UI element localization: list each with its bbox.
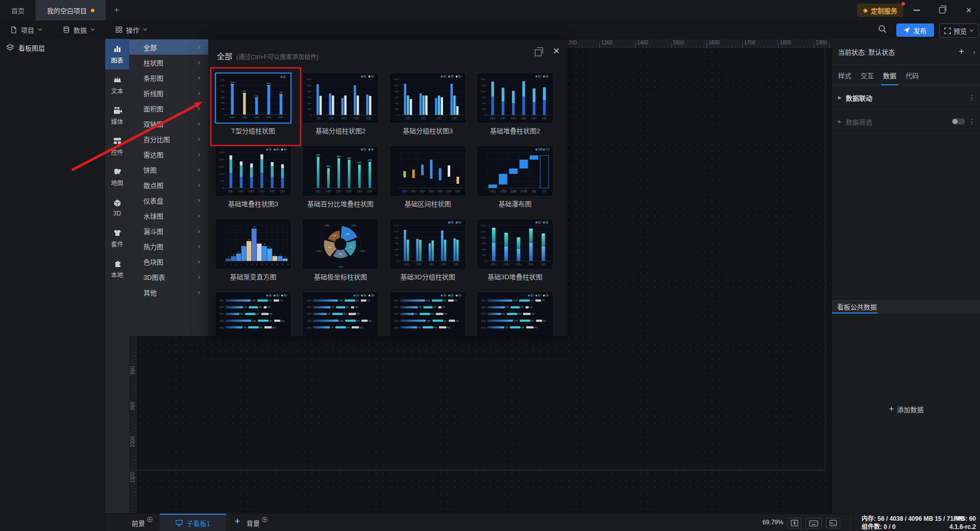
- preview-button[interactable]: 预览: [939, 23, 979, 38]
- svg-text:655: 655: [531, 320, 534, 322]
- rail-item-text[interactable]: 文本: [105, 69, 129, 100]
- component-tile-10[interactable]: 1048分类1735分类2580分类3650分类4450分类5基础极坐标柱状图: [302, 219, 379, 281]
- category-item-pie[interactable]: 饼图›: [129, 162, 208, 177]
- foreground-button[interactable]: 前景: [132, 518, 153, 528]
- category-item-area[interactable]: 面积图›: [129, 101, 208, 116]
- tile-label: 基础瀑布图: [477, 199, 553, 208]
- section-data-linkage[interactable]: ▶ 数据联动 ⋮: [832, 86, 980, 110]
- component-tile-15[interactable]: 值1值2值3分类11048650521分类2735455145分类3580650…: [389, 292, 466, 336]
- titlebar: 首页 我的空白项目 + ◆ 定制服务 ×: [0, 0, 980, 20]
- rail-item-widgets[interactable]: 控件: [105, 131, 129, 161]
- component-tile-1[interactable]: 值112001000800600400200010487355801805700…: [215, 73, 291, 135]
- category-item-percentage[interactable]: 百分比图›: [129, 131, 208, 147]
- rail-item-map[interactable]: 地图: [105, 161, 129, 192]
- chevron-right-icon: ›: [198, 104, 200, 112]
- current-state-value: 默认状态: [868, 47, 895, 57]
- rail-item-charts[interactable]: 图表: [105, 39, 129, 69]
- rail-item-media[interactable]: 媒体: [105, 100, 129, 131]
- svg-text:值2: 值2: [451, 294, 454, 297]
- component-tile-8[interactable]: 消费合计日用品伙食费交通费水电费房租合计基础瀑布图: [477, 146, 553, 208]
- chevron-right-icon: ›: [198, 211, 200, 220]
- component-tile-11[interactable]: 值1值2120010008006004002000分类1分类2分类3分类4分类5…: [389, 219, 466, 281]
- section-data-filter[interactable]: ▶ 数据筛选 ⋮: [832, 110, 980, 134]
- data-filter-toggle[interactable]: [952, 118, 965, 125]
- shortcut-keys-button[interactable]: [805, 518, 822, 528]
- tile-chart-thumbnail: 值1值2120010008006004002000分类1分类2分类3分类4分类5: [302, 73, 379, 124]
- category-item-heatmap[interactable]: 热力图›: [129, 238, 208, 254]
- add-state-button[interactable]: +: [959, 46, 964, 57]
- public-data-tab[interactable]: 看板公共数据: [832, 299, 980, 313]
- tab-project[interactable]: 我的空白项目: [36, 0, 106, 20]
- component-tile-12[interactable]: 值1值21800150012009006003000分类1分类2分类3分类4分类…: [477, 219, 553, 281]
- category-item-line[interactable]: 折线图›: [129, 85, 208, 101]
- minimize-button[interactable]: [909, 0, 925, 20]
- category-item-3d-chart[interactable]: 3D图表›: [129, 269, 208, 284]
- component-tile-5[interactable]: 值1值2值325002000150010005000分类1分类2分类3分类4分类…: [215, 146, 291, 208]
- custom-service-button[interactable]: ◆ 定制服务: [857, 4, 903, 17]
- component-tile-14[interactable]: 值1值2值3分类11048650521分类2735455145分类3580650…: [302, 292, 379, 336]
- component-tile-2[interactable]: 值1值2120010008006004002000分类1分类2分类3分类4分类5…: [302, 73, 379, 135]
- svg-text:7: 7: [259, 242, 260, 244]
- console-button[interactable]: [826, 518, 840, 528]
- fit-screen-button[interactable]: [787, 518, 801, 528]
- memory-label: 内存:: [862, 515, 876, 522]
- menu-operations[interactable]: 操作: [105, 20, 158, 39]
- tab-data[interactable]: 数据: [883, 65, 896, 85]
- notification-dot: [901, 2, 905, 6]
- circle-plus-icon: [147, 517, 153, 522]
- category-item-horizontal-bar[interactable]: 条形图›: [129, 70, 208, 85]
- component-tile-6[interactable]: 值1值264%55%43%40%33%22%分类2分类3分类4分类5分类6分类7…: [302, 146, 379, 208]
- rail-item-local[interactable]: 本地: [105, 253, 129, 284]
- chevron-right-icon: ›: [198, 242, 200, 250]
- rail-item-kits[interactable]: 套件: [105, 223, 129, 253]
- svg-text:565: 565: [444, 313, 447, 315]
- tab-style[interactable]: 样式: [838, 65, 851, 85]
- svg-text:分类3: 分类3: [341, 116, 347, 120]
- menu-data[interactable]: 数据: [53, 20, 105, 39]
- svg-text:分类1: 分类1: [228, 189, 234, 193]
- category-item-radar[interactable]: 雷达图›: [129, 147, 208, 162]
- category-item-dual-axis[interactable]: 双轴图›: [129, 116, 208, 131]
- add-data-button[interactable]: + 添加数据: [832, 404, 980, 414]
- fit-screen-icon: [791, 520, 798, 526]
- add-board-button[interactable]: +: [231, 516, 243, 527]
- sub-board-tab[interactable]: 子看板1: [160, 514, 226, 531]
- component-tile-7[interactable]: 分类1分类2分类3分类4分类5分类6分类7基础区间柱状图: [389, 146, 466, 208]
- component-tile-16[interactable]: 值1值2值3分类11048650521分类2735455145分类3580650…: [477, 292, 553, 336]
- component-tile-3[interactable]: 值1值2值3120010008006004002000分类1分类2分类3分类4基…: [389, 73, 466, 135]
- tile-label: 基础3D分组柱状图: [389, 272, 466, 281]
- category-item-liquid[interactable]: 水球图›: [129, 208, 208, 223]
- more-options-icon[interactable]: ⋮: [968, 117, 975, 126]
- more-options-icon[interactable]: ⋮: [968, 93, 975, 102]
- svg-text:分类1: 分类1: [404, 262, 409, 266]
- svg-text:652: 652: [273, 327, 276, 329]
- category-item-gauge[interactable]: 仪表盘›: [129, 192, 208, 208]
- category-item-all[interactable]: 全部›: [129, 39, 208, 55]
- tab-code[interactable]: 代码: [905, 65, 919, 85]
- circle-plus-icon: [262, 517, 267, 522]
- search-button[interactable]: [878, 25, 887, 34]
- state-chevron-button[interactable]: ›: [973, 47, 975, 56]
- menu-project[interactable]: 项目: [0, 20, 53, 39]
- new-tab-button[interactable]: +: [106, 0, 128, 20]
- category-item-funnel[interactable]: 漏斗图›: [129, 223, 208, 238]
- close-button[interactable]: ×: [961, 0, 977, 20]
- svg-text:分类7: 分类7: [367, 189, 373, 193]
- tab-interaction[interactable]: 交互: [861, 65, 874, 85]
- component-tile-9[interactable]: 1236813765221024681012141618202224基础渐变直方…: [215, 219, 291, 281]
- category-item-bar[interactable]: 柱状图›: [129, 55, 208, 70]
- category-item-block[interactable]: 色块图›: [129, 254, 208, 269]
- tab-home[interactable]: 首页: [0, 0, 36, 20]
- rail-item-3d[interactable]: 3D: [105, 192, 129, 223]
- component-tile-4[interactable]: 值1值21800150012009006003000分类1分类2分类3分类4分类…: [477, 73, 553, 135]
- unsaved-dot: [91, 9, 94, 12]
- publish-button[interactable]: 发布: [896, 23, 934, 37]
- zoom-level[interactable]: 69.79%: [763, 519, 783, 526]
- category-item-other[interactable]: 其他›: [129, 284, 208, 300]
- chevron-right-icon: ›: [198, 273, 200, 281]
- restore-button[interactable]: [934, 0, 950, 20]
- component-tile-13[interactable]: 值1值2值3分类11048650521分类2735455145分类3580650…: [215, 292, 291, 336]
- background-button[interactable]: 背景: [247, 518, 267, 528]
- category-item-scatter[interactable]: 散点图›: [129, 177, 208, 192]
- svg-text:1048: 1048: [338, 300, 342, 302]
